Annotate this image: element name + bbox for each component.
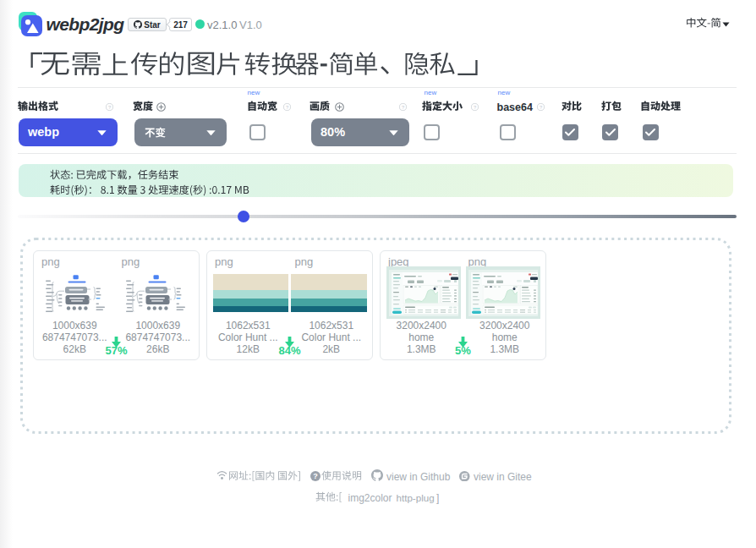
svg-text:?: ? bbox=[402, 105, 404, 110]
svg-text:?: ? bbox=[285, 105, 288, 110]
svg-text:?: ? bbox=[474, 105, 476, 110]
svg-text:?: ? bbox=[313, 472, 318, 480]
svg-text:?: ? bbox=[539, 105, 541, 110]
svg-text:?: ? bbox=[107, 105, 110, 110]
